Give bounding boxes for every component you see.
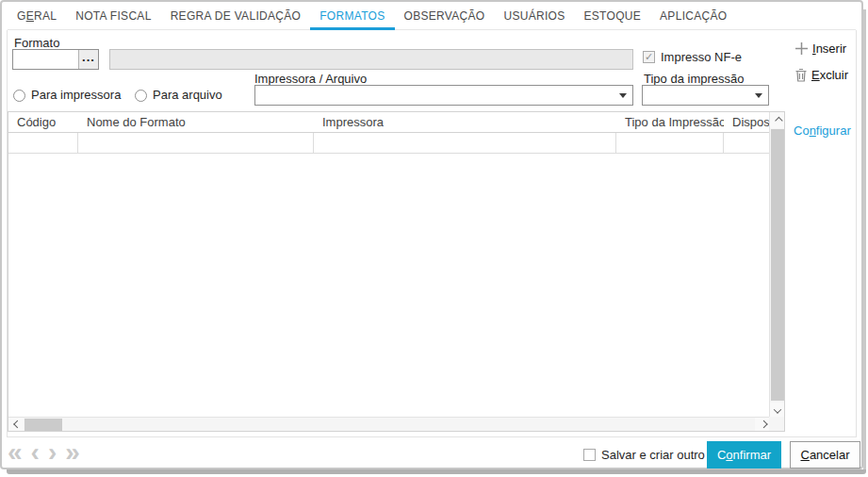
radio-para-impressora-label: Para impressora <box>31 88 121 102</box>
cancelar-button[interactable]: Cancelar <box>790 441 860 469</box>
cell-tipo <box>616 133 724 153</box>
salvar-e-criar-outro-label: Salvar e criar outro <box>601 448 705 462</box>
window-shadow-bottom <box>7 469 866 474</box>
tab-observacao[interactable]: OBSERVAÇÃO <box>395 4 495 29</box>
tab-usuarios[interactable]: USUÁRIOS <box>494 4 574 29</box>
grid-header-row: Código Nome do Formato Impressora Tipo d… <box>8 112 784 133</box>
chevron-right-icon <box>760 420 767 428</box>
tab-aplicacao[interactable]: APLICAÇÃO <box>650 4 736 29</box>
radio-para-arquivo[interactable] <box>135 90 147 102</box>
tipo-impressao-select[interactable] <box>642 85 769 106</box>
nav-first-button[interactable]: « <box>8 439 23 466</box>
radio-para-impressora[interactable] <box>13 90 25 102</box>
chevron-down-icon <box>755 93 762 98</box>
vertical-scroll-thumb[interactable] <box>771 129 784 401</box>
chevron-up-icon <box>775 116 782 123</box>
tab-bar: GERAL NOTA FISCAL REGRA DE VALIDAÇÃO FOR… <box>8 6 856 30</box>
chevron-down-icon <box>619 93 627 98</box>
cell-nome <box>78 133 314 153</box>
horizontal-scroll-thumb[interactable] <box>25 419 62 431</box>
formato-label: Formato <box>14 36 59 50</box>
grid-row[interactable] <box>8 133 784 154</box>
cell-codigo <box>8 133 78 153</box>
scrollbar-corner <box>769 417 784 431</box>
salvar-e-criar-outro-checkbox[interactable] <box>583 449 596 461</box>
nav-last-button[interactable]: » <box>65 439 80 466</box>
formato-descricao-field <box>109 49 633 70</box>
nav-next-button[interactable]: › <box>48 439 57 466</box>
horizontal-scrollbar[interactable] <box>8 417 770 431</box>
scroll-left-button[interactable] <box>8 418 24 431</box>
confirmar-button[interactable]: Confirmar <box>707 441 781 469</box>
formats-grid: Código Nome do Formato Impressora Tipo d… <box>8 111 785 432</box>
vertical-scrollbar[interactable] <box>769 112 784 419</box>
impressora-arquivo-label: Impressora / Arquivo <box>254 72 367 86</box>
footer-divider <box>7 436 857 437</box>
trash-icon <box>794 68 808 82</box>
chevron-down-icon <box>773 405 780 413</box>
scroll-up-button[interactable] <box>770 112 784 128</box>
lookup-ellipsis-button[interactable]: ... <box>78 50 98 69</box>
column-header-impressora[interactable]: Impressora <box>314 115 616 129</box>
check-icon: ✓ <box>645 51 653 62</box>
tab-regra-de-validacao[interactable]: REGRA DE VALIDAÇÃO <box>161 4 311 29</box>
nav-prev-button[interactable]: ‹ <box>31 439 40 466</box>
scroll-right-button[interactable] <box>755 418 770 431</box>
formato-input[interactable] <box>13 50 78 69</box>
column-header-nome-do-formato[interactable]: Nome do Formato <box>78 115 314 129</box>
window-shadow-right <box>863 9 866 469</box>
impresso-nfe-label: Impresso NF-e <box>661 50 742 64</box>
cell-impressora <box>314 133 616 153</box>
tab-formatos[interactable]: FORMATOS <box>310 4 394 29</box>
column-header-tipo-da-impressao[interactable]: Tipo da Impressão <box>616 115 724 129</box>
tab-estoque[interactable]: ESTOQUE <box>575 4 651 29</box>
inserir-button[interactable]: Inserir <box>794 41 846 56</box>
record-navigator: « ‹ › » <box>8 437 80 468</box>
tipo-impressao-label: Tipo da impressão <box>644 72 744 86</box>
tab-geral[interactable]: GERAL <box>8 4 66 29</box>
impresso-nfe-checkbox[interactable]: ✓ <box>643 51 655 63</box>
plus-icon <box>794 41 809 56</box>
formato-lookup-field: ... <box>12 49 99 70</box>
configurar-link[interactable]: Configurar <box>794 123 851 138</box>
impressora-arquivo-select[interactable] <box>254 85 633 106</box>
radio-para-arquivo-label: Para arquivo <box>153 88 222 102</box>
tab-nota-fiscal[interactable]: NOTA FISCAL <box>66 4 160 29</box>
excluir-button[interactable]: Excluir <box>794 68 848 82</box>
column-header-codigo[interactable]: Código <box>8 115 78 129</box>
chevron-left-icon <box>13 420 21 428</box>
